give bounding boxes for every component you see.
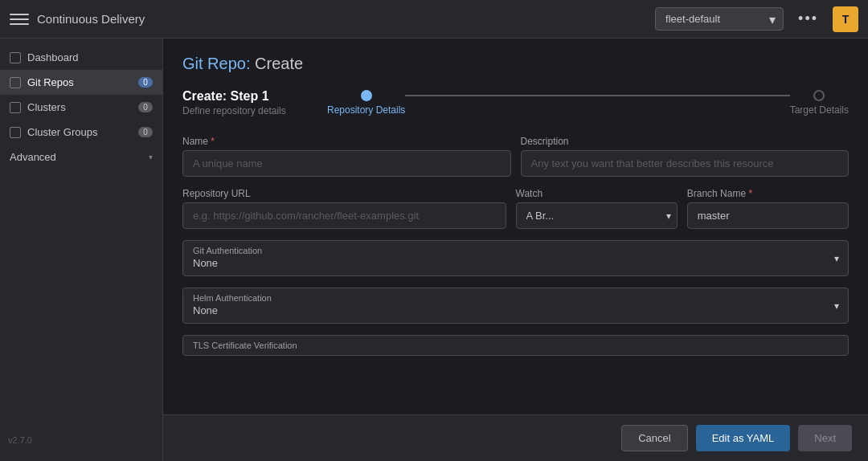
next-button[interactable]: Next [798,425,852,451]
breadcrumb: Git Repo: Create [182,55,849,73]
main-area: Git Repo: Create Create: Step 1 Define r… [163,39,868,461]
cluster-select[interactable]: fleet-default [655,7,784,31]
dashboard-icon [10,52,21,63]
step-subtitle: Define repository details [182,105,327,116]
cluster-groups-icon [10,127,21,138]
sidebar-label-dashboard: Dashboard [27,51,79,63]
branch-name-input[interactable] [687,202,849,229]
step-line [405,95,789,96]
helm-auth-dropdown[interactable]: Helm Authentication None [182,288,849,324]
form-group-description: Description [521,136,850,177]
watch-label: Watch [516,188,678,199]
step-node-1: Repository Details [327,90,405,116]
footer: Cancel Edit as YAML Next [163,414,868,461]
repo-url-input[interactable] [182,202,506,229]
avatar[interactable]: T [833,6,858,32]
version-container: v2.7.0 [8,432,32,447]
git-auth-select-wrap: Git Authentication None ▾ [182,240,849,276]
tls-dropdown[interactable]: TLS Certificate Verification [182,335,849,356]
form-row-helm-auth: Helm Authentication None ▾ [182,288,849,324]
sidebar-label-git-repos: Git Repos [27,76,74,88]
advanced-chevron-icon: ▾ [149,153,153,161]
step-title: Create: Step 1 [182,89,327,104]
tls-label: TLS Certificate Verification [193,341,838,350]
edit-yaml-button[interactable]: Edit as YAML [696,425,791,451]
description-input[interactable] [521,150,850,177]
watch-select[interactable]: A Br... [516,202,678,229]
description-label: Description [521,136,850,147]
sidebar-label-clusters: Clusters [27,101,66,113]
version-text: v2.7.0 [8,435,32,445]
breadcrumb-page: Create [255,55,303,72]
layout: Dashboard Git Repos 0 Clusters 0 [0,39,868,461]
form-group-tls: TLS Certificate Verification [182,335,849,356]
cancel-button[interactable]: Cancel [621,425,687,451]
sidebar-item-cluster-groups[interactable]: Cluster Groups 0 [0,120,162,145]
git-auth-value: None [193,257,838,269]
name-input[interactable] [182,150,511,177]
main-inner: Git Repo: Create Create: Step 1 Define r… [163,39,868,383]
form-group-name: Name * [182,136,511,177]
git-auth-label: Git Authentication [193,246,838,255]
form-group-helm-auth: Helm Authentication None ▾ [182,288,849,324]
step-label-1: Repository Details [327,104,405,116]
git-repos-badge: 0 [138,77,153,88]
app-title: Continuous Delivery [37,12,647,26]
name-required: * [211,136,215,147]
form-group-branch: Branch Name * [687,188,849,229]
form-row-tls: TLS Certificate Verification [182,335,849,356]
branch-name-label: Branch Name * [687,188,849,199]
breadcrumb-prefix: Git Repo: [182,55,250,72]
sidebar-item-dashboard[interactable]: Dashboard [0,45,162,70]
helm-auth-label: Helm Authentication [193,293,838,303]
name-label: Name * [182,136,511,147]
top-nav: Continuous Delivery fleet-default ••• T [0,0,868,39]
cluster-select-wrap: fleet-default [655,7,784,31]
step-dot-2 [813,90,825,101]
step-node-2: Target Details [790,90,849,116]
form-row-git-auth: Git Authentication None ▾ [182,240,849,276]
stepper: Create: Step 1 Define repository details… [182,89,849,116]
sidebar-advanced[interactable]: Advanced ▾ [0,145,162,169]
form-row-name-desc: Name * Description [182,136,849,177]
hamburger-menu[interactable] [10,10,29,29]
more-options-button[interactable]: ••• [792,7,825,31]
repo-url-label: Repository URL [182,188,506,199]
stepper-left: Create: Step 1 Define repository details [182,89,327,116]
form-group-git-auth: Git Authentication None ▾ [182,240,849,276]
step-label-2: Target Details [790,104,849,116]
nav-right: fleet-default ••• T [655,6,858,32]
sidebar-label-cluster-groups: Cluster Groups [27,126,97,138]
watch-select-wrap: A Br... [516,202,678,229]
stepper-track: Repository Details Target Details [327,90,849,116]
sidebar: Dashboard Git Repos 0 Clusters 0 [0,39,163,461]
clusters-icon [10,102,21,113]
sidebar-item-clusters[interactable]: Clusters 0 [0,95,162,120]
clusters-badge: 0 [138,102,153,112]
git-auth-dropdown[interactable]: Git Authentication None [182,240,849,276]
form-group-watch: Watch A Br... [516,188,678,229]
helm-auth-select-wrap: Helm Authentication None ▾ [182,288,849,324]
cluster-groups-badge: 0 [138,127,153,137]
helm-auth-value: None [193,304,838,316]
sidebar-item-git-repos[interactable]: Git Repos 0 [0,70,162,95]
git-repos-icon [10,77,21,88]
form-row-repo: Repository URL Watch A Br... Bra [182,188,849,229]
form-group-repo-url: Repository URL [182,188,506,229]
step-dot-1 [361,90,372,101]
main-content: Git Repo: Create Create: Step 1 Define r… [163,39,868,414]
advanced-label: Advanced [10,151,56,163]
